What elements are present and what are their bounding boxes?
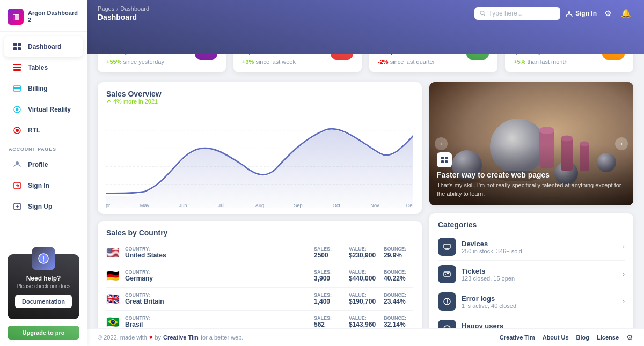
svg-text:Sep: Sep — [294, 202, 302, 208]
svg-text:Apr: Apr — [106, 202, 111, 208]
sales-by-country-title: Sales by Country — [106, 229, 413, 237]
docs-button[interactable]: Documentation — [15, 295, 72, 308]
country-name-us: United States — [125, 252, 309, 259]
sidebar-item-signin[interactable]: Sign In — [4, 175, 83, 196]
sidebar-nav: Dashboard Tables Billing Virtual Reality — [0, 32, 87, 248]
stat-change-prefix-users: +3% — [242, 58, 254, 65]
vr-icon — [12, 104, 23, 115]
flag-us: 🇺🇸 — [106, 246, 120, 259]
sales-overview-subtitle: 4% more in 2021 — [106, 98, 413, 105]
table-row: 🇬🇧 Country: Great Britain Sales: 1,400 — [106, 288, 413, 311]
sidebar-item-tables[interactable]: Tables — [4, 57, 83, 78]
chart-container: Apr May Jun Jul Aug Sep Oct Nov Dec — [98, 109, 422, 214]
flag-gb: 🇬🇧 — [106, 292, 120, 305]
categories-title: Categories — [438, 220, 625, 229]
categories-list: Devices 250 in stock, 346+ sold › — [429, 233, 633, 328]
sidebar-bottom: Need help? Please check our docs Documen… — [0, 248, 87, 346]
bottom-row: Sales Overview 4% more in 2021 — [98, 82, 633, 328]
upgrade-button[interactable]: Upgrade to pro — [8, 326, 79, 340]
country-bounce-gb: Bounce: 23.44% — [384, 292, 413, 305]
stat-change-suffix-clients: since last quarter — [390, 58, 435, 65]
footer-by: by — [155, 334, 161, 341]
table-row: 🇧🇷 Country: Brasil Sales: 562 — [106, 311, 413, 328]
topbar: Pages / Dashboard Dashboard Sign In — [87, 0, 644, 54]
devices-arrow-icon[interactable]: › — [623, 243, 625, 251]
svg-point-43 — [539, 127, 554, 134]
footer-brand-link[interactable]: Creative Tim — [163, 334, 199, 341]
footer-left: © 2022, made with ♥ by Creative Tim for … — [98, 334, 243, 341]
sidebar-item-label-dashboard: Dashboard — [28, 43, 62, 50]
main-content: Pages / Dashboard Dashboard Sign In — [87, 0, 644, 346]
footer-link-license[interactable]: License — [597, 334, 619, 341]
page-title: Dashboard — [98, 13, 149, 21]
sidebar-item-billing[interactable]: Billing — [4, 78, 83, 99]
svg-point-12 — [16, 129, 19, 132]
settings-topbar-icon[interactable]: ⚙ — [602, 6, 613, 20]
breadcrumb-area: Pages / Dashboard Dashboard — [98, 5, 149, 21]
search-box[interactable] — [474, 7, 560, 20]
footer-settings-icon[interactable]: ⚙ — [626, 333, 633, 342]
svg-text:Dec: Dec — [406, 202, 413, 208]
errorlogs-arrow-icon[interactable]: › — [623, 298, 625, 305]
svg-rect-6 — [13, 69, 21, 71]
country-value-us: Value: $230,900 — [349, 246, 378, 259]
footer-copyright: © 2022, made with — [98, 334, 147, 341]
hero-card: ‹ › Faster way to create web pages That'… — [429, 82, 633, 205]
sidebar-item-signup[interactable]: Sign Up — [4, 196, 83, 217]
breadcrumb-parent[interactable]: Pages — [98, 5, 114, 12]
footer-link-blog[interactable]: Blog — [576, 334, 589, 341]
footer-link-aboutus[interactable]: About Us — [543, 334, 569, 341]
svg-point-56 — [445, 274, 446, 275]
svg-point-10 — [16, 108, 19, 111]
list-item: Tickets 123 closed, 15 open › — [438, 261, 625, 288]
signin-label: Sign In — [575, 10, 597, 17]
sidebar-item-label-profile: Profile — [28, 161, 48, 168]
svg-rect-53 — [445, 160, 448, 163]
brand-icon: ▦ — [8, 9, 24, 25]
country-sales-de: Sales: 3,900 — [314, 269, 343, 282]
footer-suffix: for a better web. — [201, 334, 244, 341]
breadcrumb-current: Dashboard — [120, 5, 149, 12]
svg-rect-2 — [13, 47, 17, 50]
stat-change-users: +3% since last week — [242, 58, 296, 65]
topbar-inner: Pages / Dashboard Dashboard Sign In — [98, 5, 633, 21]
signin-topbar[interactable]: Sign In — [566, 10, 597, 17]
stat-change-suffix-money: since yesterday — [123, 58, 164, 65]
list-item: Devices 250 in stock, 346+ sold › — [438, 233, 625, 261]
country-info-gb: Country: Great Britain — [125, 292, 309, 305]
sidebar-item-label-billing: Billing — [28, 85, 48, 92]
hero-badge-icon — [437, 152, 452, 167]
svg-rect-0 — [13, 43, 17, 46]
stat-change-prefix-money: +55% — [106, 58, 121, 65]
devices-icon — [438, 238, 456, 256]
table-row: 🇩🇪 Country: Germany Sales: 3,900 — [106, 264, 413, 288]
search-input[interactable] — [489, 10, 555, 17]
search-icon — [480, 10, 486, 17]
dashboard-icon — [12, 41, 23, 52]
list-item: Error logs 1 is active, 40 closed › — [438, 288, 625, 315]
sidebar-item-dashboard[interactable]: Dashboard — [4, 36, 83, 57]
stat-change-prefix-sales: +5% — [514, 58, 525, 65]
right-panels: ‹ › Faster way to create web pages That'… — [429, 82, 633, 328]
country-value-br: Value: $143,960 — [349, 315, 378, 328]
sidebar-item-vr[interactable]: Virtual Reality — [4, 99, 83, 120]
stat-change-money: +55% since yesterday — [106, 58, 164, 65]
svg-text:May: May — [140, 202, 150, 208]
help-box-icon — [32, 247, 55, 270]
brand-name: Argon Dashboard 2 — [28, 10, 79, 24]
topbar-actions: Sign In ⚙ 🔔 — [474, 6, 633, 20]
sales-chart: Apr May Jun Jul Aug Sep Oct Nov Dec — [106, 113, 413, 208]
notifications-icon[interactable]: 🔔 — [619, 6, 633, 20]
sidebar-item-label-tables: Tables — [28, 64, 48, 71]
sidebar-item-label-vr: Virtual Reality — [28, 106, 71, 113]
sidebar-item-rtl[interactable]: RTL — [4, 120, 83, 141]
svg-rect-55 — [444, 272, 450, 276]
trend-up-icon — [106, 99, 112, 104]
sales-by-country-header: Sales by Country — [98, 221, 422, 241]
sidebar-item-profile[interactable]: Profile — [4, 154, 83, 175]
footer-link-creativetim[interactable]: Creative Tim — [500, 334, 535, 341]
footer-heart-icon: ♥ — [149, 334, 153, 341]
sidebar-item-label-signup: Sign Up — [28, 203, 52, 210]
country-info-us: Country: United States — [125, 246, 309, 259]
tickets-arrow-icon[interactable]: › — [623, 270, 625, 278]
